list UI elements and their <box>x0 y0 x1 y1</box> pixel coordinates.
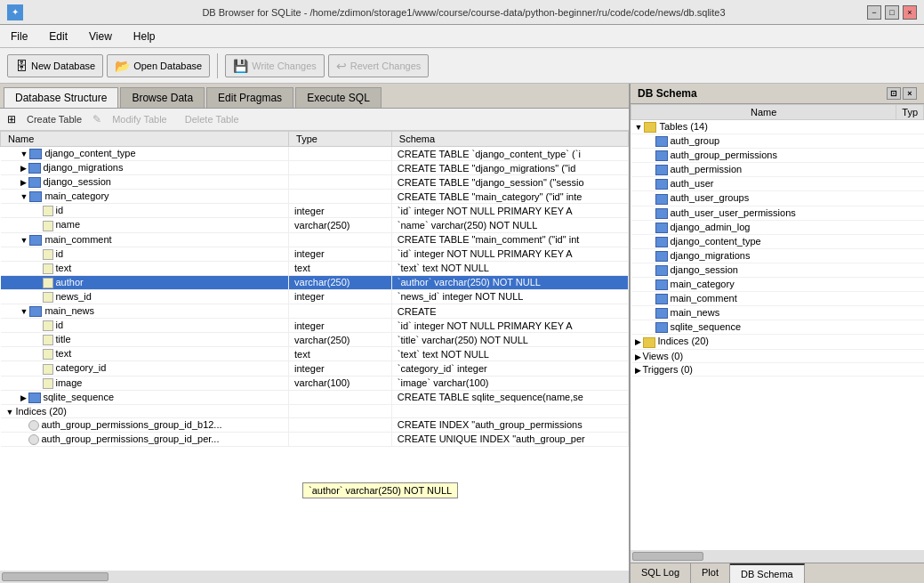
menu-file[interactable]: File <box>4 28 35 45</box>
bottom-tab-sql-log[interactable]: SQL Log <box>631 563 691 583</box>
table-row[interactable]: ▶idinteger`id` integer NOT NULL PRIMARY … <box>1 247 629 261</box>
schema-tree-row[interactable]: ▶django_migrations <box>631 248 924 263</box>
cell-type <box>289 304 392 319</box>
table-row[interactable]: ▶authorvarchar(250)`author` varchar(250)… <box>1 275 629 289</box>
schema-tree-row[interactable]: ▶auth_user_user_permissions <box>631 206 924 220</box>
table-row[interactable]: ▶django_migrationsCREATE TABLE "django_m… <box>1 161 629 175</box>
schema-tree-row[interactable]: ▼Tables (14) <box>631 120 924 134</box>
table-row[interactable]: ▼main_commentCREATE TABLE "main_comment"… <box>1 232 629 247</box>
cell-name: ▶django_session <box>1 175 289 190</box>
cell-schema: `text` text NOT NULL <box>391 347 628 361</box>
cell-schema: CREATE INDEX "auth_group_permissions <box>391 417 628 432</box>
table-row[interactable]: ▼main_newsCREATE <box>1 304 629 319</box>
menu-view[interactable]: View <box>82 28 119 45</box>
table-row[interactable]: ▶texttext`text` text NOT NULL <box>1 261 629 275</box>
schema-hscroll-thumb[interactable] <box>632 552 703 561</box>
schema-tree-row[interactable]: ▶main_news <box>631 306 924 320</box>
table-row[interactable]: ▶auth_group_permissions_group_id_b12...C… <box>1 417 629 432</box>
schema-tree-row[interactable]: ▶auth_group <box>631 134 924 149</box>
table-row[interactable]: ▶django_sessionCREATE TABLE "django_sess… <box>1 175 629 190</box>
write-changes-button[interactable]: 💾 Write Changes <box>225 54 325 77</box>
schema-tree-row[interactable]: ▶auth_user <box>631 177 924 191</box>
cell-name: ▶auth_group_permissions_group_id_b12... <box>1 417 289 432</box>
cell-name: ▼main_comment <box>1 232 289 247</box>
bottom-tab-db-schema[interactable]: DB Schema <box>730 563 805 583</box>
hscroll-track[interactable] <box>0 571 629 583</box>
close-button[interactable]: × <box>903 5 917 20</box>
cell-schema: CREATE TABLE "django_migrations" ("id <box>391 161 628 175</box>
tab-browse-data[interactable]: Browse Data <box>120 87 205 108</box>
schema-close-button[interactable]: × <box>903 87 917 100</box>
minimize-button[interactable]: − <box>867 5 881 20</box>
cell-type: integer <box>289 319 392 333</box>
cell-schema: CREATE TABLE "main_comment" ("id" int <box>391 232 628 247</box>
schema-tree-row[interactable]: ▶auth_user_groups <box>631 191 924 206</box>
table-row[interactable]: ▼django_content_typeCREATE TABLE `django… <box>1 147 629 161</box>
cell-type <box>289 147 392 161</box>
table-row[interactable]: ▶category_idinteger`category_id` integer <box>1 361 629 376</box>
schema-cell-name: ▶sqlite_sequence <box>631 320 924 335</box>
schema-tree-row[interactable]: ▶auth_group_permissions <box>631 149 924 163</box>
revert-changes-label: Revert Changes <box>350 61 422 71</box>
tab-edit-pragmas[interactable]: Edit Pragmas <box>206 87 293 108</box>
hscroll-thumb[interactable] <box>2 572 108 581</box>
new-database-button[interactable]: 🗄 New Database <box>7 54 103 77</box>
system-menu-icon[interactable]: ✦ <box>7 4 23 20</box>
cell-type <box>289 432 392 446</box>
schema-hscroll-track[interactable] <box>631 550 924 563</box>
schema-tree-row[interactable]: ▶Triggers (0) <box>631 362 924 376</box>
schema-tree-row[interactable]: ▶sqlite_sequence <box>631 320 924 335</box>
table-row[interactable]: ▼main_categoryCREATE TABLE "main_categor… <box>1 190 629 204</box>
schema-tree-row[interactable]: ▶django_admin_log <box>631 220 924 234</box>
schema-tree-row[interactable]: ▶auth_permission <box>631 163 924 177</box>
schema-tree-row[interactable]: ▶django_session <box>631 263 924 277</box>
modify-table-button[interactable]: Modify Table <box>105 112 174 126</box>
schema-pin-button[interactable]: ⊡ <box>887 87 901 100</box>
main-toolbar: 🗄 New Database 📂 Open Database 💾 Write C… <box>0 48 924 84</box>
schema-tree-row[interactable]: ▶main_category <box>631 278 924 292</box>
schema-tree-row[interactable]: ▶Indices (20) <box>631 335 924 349</box>
create-table-button[interactable]: Create Table <box>20 112 89 126</box>
cell-name: ▼main_category <box>1 190 289 204</box>
cell-schema: CREATE TABLE "django_session" ("sessio <box>391 175 628 190</box>
schema-cell-name: ▶Indices (20) <box>631 335 924 349</box>
revert-changes-button[interactable]: ↩ Revert Changes <box>328 54 430 77</box>
schema-area[interactable]: Name Typ ▼Tables (14)▶auth_group▶auth_gr… <box>631 104 924 550</box>
col-schema: Schema <box>391 132 628 147</box>
col-name: Name <box>1 132 289 147</box>
bottom-tab-plot[interactable]: Plot <box>691 563 730 583</box>
structure-table-area[interactable]: Name Type Schema ▼django_content_typeCRE… <box>0 131 629 571</box>
schema-cell-name: ▶Triggers (0) <box>631 362 924 376</box>
menu-help[interactable]: Help <box>126 28 163 45</box>
schema-tree-row[interactable]: ▶main_comment <box>631 292 924 306</box>
schema-tree-row[interactable]: ▶django_content_type <box>631 234 924 248</box>
menu-edit[interactable]: Edit <box>42 28 75 45</box>
cell-name: ▶id <box>1 247 289 261</box>
table-row[interactable]: ▶sqlite_sequenceCREATE TABLE sqlite_sequ… <box>1 390 629 404</box>
table-row[interactable]: ▶idinteger`id` integer NOT NULL PRIMARY … <box>1 319 629 333</box>
table-row[interactable]: ▶idinteger`id` integer NOT NULL PRIMARY … <box>1 204 629 218</box>
schema-tree-row[interactable]: ▶Views (0) <box>631 349 924 362</box>
table-row[interactable]: ▶auth_group_permissions_group_id_per...C… <box>1 432 629 446</box>
structure-table: Name Type Schema ▼django_content_typeCRE… <box>0 131 629 447</box>
cell-name: ▼django_content_type <box>1 147 289 161</box>
schema-cell-name: ▼Tables (14) <box>631 120 924 134</box>
cell-type <box>289 190 392 204</box>
table-row[interactable]: ▶texttext`text` text NOT NULL <box>1 347 629 361</box>
cell-name: ▼Indices (20) <box>1 404 289 417</box>
table-row[interactable]: ▶titlevarchar(250)`title` varchar(250) N… <box>1 333 629 347</box>
schema-cell-name: ▶Views (0) <box>631 349 924 362</box>
cell-name: ▶text <box>1 261 289 275</box>
tab-execute-sql[interactable]: Execute SQL <box>295 87 382 108</box>
table-row[interactable]: ▼Indices (20) <box>1 404 629 417</box>
open-database-button[interactable]: 📂 Open Database <box>107 54 210 77</box>
table-row[interactable]: ▶news_idinteger`news_id` integer NOT NUL… <box>1 289 629 304</box>
delete-table-button[interactable]: Delete Table <box>178 112 246 126</box>
maximize-button[interactable]: □ <box>885 5 899 20</box>
table-row[interactable]: ▶imagevarchar(100)`image` varchar(100) <box>1 376 629 390</box>
table-row[interactable]: ▶namevarchar(250)`name` varchar(250) NOT… <box>1 218 629 232</box>
tab-database-structure[interactable]: Database Structure <box>4 87 118 108</box>
schema-cell-name: ▶django_content_type <box>631 234 924 248</box>
cell-name: ▼main_news <box>1 304 289 319</box>
cell-name: ▶id <box>1 204 289 218</box>
